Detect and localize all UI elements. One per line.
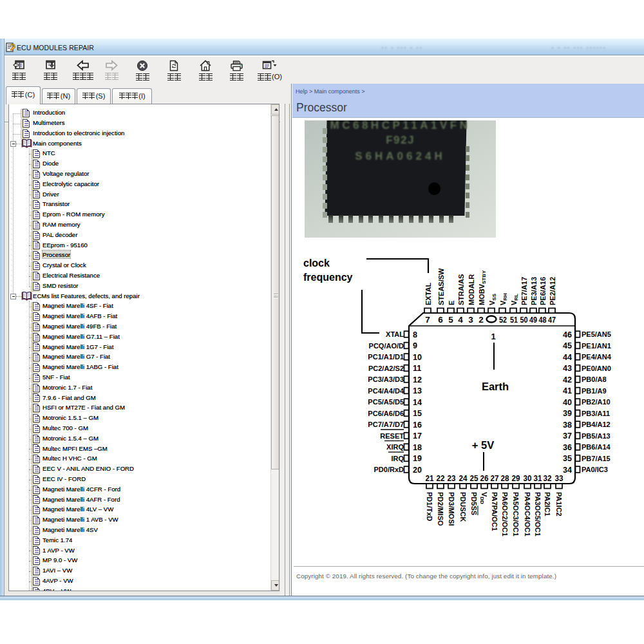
svg-text:41: 41: [563, 386, 572, 395]
svg-text:17: 17: [413, 431, 422, 440]
svg-text:PB2/A10: PB2/A10: [582, 398, 611, 406]
svg-text:PE4/AN4: PE4/AN4: [582, 353, 612, 361]
svg-text:PA4OC4/OC1: PA4OC4/OC1: [524, 492, 531, 536]
svg-text:31: 31: [534, 474, 542, 483]
svg-text:45: 45: [563, 341, 572, 350]
svg-text:EXTAL: EXTAL: [424, 282, 432, 305]
svg-text:PC5/A5/D5: PC5/A5/D5: [368, 398, 404, 406]
svg-text:15: 15: [413, 409, 422, 418]
svg-text:PE3/A13: PE3/A13: [530, 277, 538, 305]
svg-text:3: 3: [468, 315, 473, 325]
svg-text:12: 12: [413, 375, 422, 384]
svg-text:Earth: Earth: [482, 381, 509, 392]
svg-text:43: 43: [563, 364, 572, 373]
svg-text:STEAS/SW: STEAS/SW: [437, 268, 445, 305]
svg-text:49: 49: [529, 315, 537, 325]
svg-text:14: 14: [413, 398, 422, 407]
svg-text:23: 23: [448, 474, 456, 483]
svg-text:PA6OC2/OC1: PA6OC2/OC1: [501, 492, 509, 536]
svg-text:PE6/A16: PE6/A16: [539, 277, 547, 305]
svg-text:21: 21: [426, 474, 434, 483]
svg-text:PA7PA/OC1: PA7PA/OC1: [491, 492, 498, 531]
svg-text:35: 35: [563, 454, 572, 463]
svg-text:30: 30: [524, 474, 532, 483]
svg-text:10: 10: [413, 353, 422, 362]
svg-text:PB6/A14: PB6/A14: [582, 443, 611, 451]
svg-text:VSS: VSS: [488, 293, 497, 305]
svg-text:PCQ/AO/D: PCQ/AO/D: [369, 342, 404, 350]
svg-text:19: 19: [413, 454, 422, 463]
svg-text:PA3OC5/OC1: PA3OC5/OC1: [534, 492, 542, 536]
svg-text:48: 48: [539, 315, 547, 325]
svg-text:PA0/IC3: PA0/IC3: [582, 466, 608, 473]
svg-text:2: 2: [478, 315, 484, 325]
svg-text:26: 26: [480, 474, 489, 483]
svg-text:20: 20: [413, 466, 422, 475]
svg-text:PB5/A13: PB5/A13: [582, 432, 611, 440]
svg-text:clock: clock: [303, 258, 330, 269]
svg-text:PD5SS: PD5SS: [470, 492, 478, 515]
svg-text:PA1IC2: PA1IC2: [555, 492, 563, 516]
svg-text:39: 39: [563, 409, 572, 418]
svg-text:PC2/A2/S2: PC2/A2/S2: [368, 365, 404, 372]
svg-text:44: 44: [563, 353, 572, 362]
svg-text:MODALR: MODALR: [468, 274, 475, 305]
svg-text:PB3/A11: PB3/A11: [582, 410, 610, 417]
svg-text:42: 42: [563, 375, 572, 384]
svg-text:34: 34: [563, 466, 572, 475]
svg-text:1: 1: [491, 332, 495, 341]
svg-text:PC3/A3/D3: PC3/A3/D3: [368, 375, 404, 383]
svg-text:PB4/A12: PB4/A12: [582, 421, 611, 428]
svg-text:13: 13: [413, 386, 422, 395]
svg-text:4: 4: [458, 315, 463, 325]
svg-text:47: 47: [548, 315, 556, 325]
svg-text:38: 38: [563, 421, 572, 430]
svg-text:PA5OC3/OC1: PA5OC3/OC1: [512, 492, 520, 536]
svg-text:PC1/A1/D1: PC1/A1/D1: [368, 353, 404, 361]
svg-text:27: 27: [491, 474, 499, 483]
svg-text:6: 6: [438, 315, 443, 325]
svg-text:32: 32: [544, 474, 552, 483]
svg-text:22: 22: [437, 474, 445, 483]
svg-text:RESET: RESET: [380, 432, 404, 440]
svg-text:STRA/AS: STRA/AS: [457, 274, 465, 305]
svg-text:PC7/A7/D7: PC7/A7/D7: [368, 421, 404, 428]
svg-text:7: 7: [425, 315, 430, 325]
svg-text:PD1/TxD: PD1/TxD: [426, 492, 433, 521]
svg-text:PE1/AN1: PE1/AN1: [582, 342, 611, 350]
svg-text:28: 28: [501, 474, 509, 483]
svg-text:8: 8: [413, 330, 417, 339]
svg-text:VRH: VRH: [499, 293, 508, 305]
svg-text:PD2/MISO: PD2/MISO: [437, 492, 444, 526]
svg-text:5: 5: [448, 315, 453, 325]
svg-text:PDUSCK: PDUSCK: [459, 492, 467, 522]
svg-text:MOBVSTBY: MOBVSTBY: [478, 270, 487, 305]
svg-text:33: 33: [555, 474, 564, 483]
svg-text:46: 46: [563, 330, 572, 339]
svg-text:11: 11: [413, 364, 421, 373]
svg-text:PE0/AN0: PE0/AN0: [582, 365, 611, 372]
svg-text:PB7/A15: PB7/A15: [582, 455, 611, 462]
svg-text:PB1/A9: PB1/A9: [582, 387, 607, 395]
svg-text:XIRQ: XIRQ: [386, 443, 404, 451]
svg-text:PE7/A17: PE7/A17: [520, 277, 528, 305]
svg-text:29: 29: [512, 474, 520, 483]
svg-text:XTAL: XTAL: [386, 330, 404, 338]
svg-text:18: 18: [413, 443, 422, 452]
svg-text:24: 24: [459, 474, 468, 483]
svg-text:PB0/A8: PB0/A8: [582, 375, 607, 383]
svg-text:IRQ: IRQ: [391, 455, 404, 462]
svg-text:37: 37: [563, 431, 572, 440]
svg-text:PD3/MOSI: PD3/MOSI: [448, 492, 455, 526]
svg-text:PC6/A6/D6: PC6/A6/D6: [368, 410, 404, 417]
svg-text:52: 52: [499, 315, 507, 325]
svg-text:16: 16: [413, 421, 422, 430]
svg-text:PE2/A12: PE2/A12: [549, 277, 556, 305]
svg-text:VDD: VDD: [479, 492, 488, 504]
svg-text:frequency: frequency: [303, 272, 353, 283]
svg-text:PA2IC1: PA2IC1: [544, 492, 551, 516]
svg-text:40: 40: [563, 398, 572, 407]
svg-text:51: 51: [510, 315, 518, 325]
svg-text:PD0/RxD: PD0/RxD: [374, 466, 404, 473]
svg-text:PE5/AN5: PE5/AN5: [582, 330, 611, 338]
